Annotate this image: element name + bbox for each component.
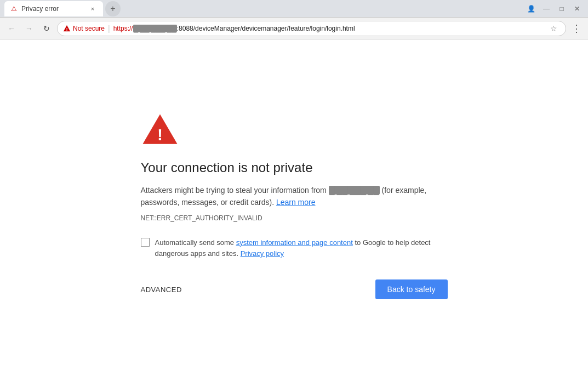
error-description: Attackers might be trying to steal your … (141, 184, 448, 209)
system-info-link[interactable]: system information and page content (236, 238, 353, 247)
checkbox-row: Automatically send some system informati… (141, 237, 448, 260)
forward-button[interactable]: → (22, 21, 36, 36)
page-content: ! Your connection is not private Attacke… (0, 39, 588, 371)
url-masked-host: █.██.███.██ (133, 25, 177, 32)
url-text: https://█.██.███.██:8088/deviceManager/d… (113, 25, 355, 32)
back-to-safety-button[interactable]: Back to safety (375, 279, 448, 299)
url-actions: ☆ (547, 22, 560, 35)
error-desc-before: Attackers might be trying to steal your … (141, 186, 329, 195)
chrome-menu-button[interactable]: ⋮ (569, 21, 584, 36)
close-window-button[interactable]: ✕ (570, 2, 584, 15)
checkbox-text-before: Automatically send some (155, 238, 236, 247)
window-controls: 👤 — □ ✕ (524, 2, 584, 15)
privacy-policy-link[interactable]: Privacy policy (241, 249, 284, 258)
not-secure-label: Not secure (73, 25, 105, 32)
tab-title: Privacy error (21, 5, 59, 13)
reload-button[interactable]: ↻ (39, 21, 54, 36)
url-path: :8088/deviceManager/devicemanager/featur… (177, 25, 355, 32)
url-https: https:// (113, 25, 133, 32)
tab-warning-icon: ⚠ (11, 5, 17, 13)
title-bar: ⚠ Privacy error × + 👤 — □ ✕ (0, 0, 588, 18)
error-warning-icon: ! (141, 111, 179, 147)
minimize-button[interactable]: — (540, 2, 553, 15)
error-container: ! Your connection is not private Attacke… (130, 100, 459, 310)
url-separator: | (108, 24, 110, 33)
url-bar[interactable]: ! Not secure | https://█.██.███.██:8088/… (57, 21, 566, 36)
maximize-button[interactable]: □ (555, 2, 568, 15)
bookmark-icon[interactable]: ☆ (547, 22, 560, 35)
warning-triangle-icon: ! (63, 25, 71, 32)
learn-more-link[interactable]: Learn more (276, 198, 316, 207)
actions-row: ADVANCED Back to safety (141, 279, 448, 299)
address-bar: ← → ↻ ! Not secure | https://█.██.███.██… (0, 18, 588, 39)
profile-button[interactable]: 👤 (524, 2, 538, 15)
error-title: Your connection is not private (141, 160, 313, 175)
error-code: NET::ERR_CERT_AUTHORITY_INVALID (141, 214, 262, 222)
tab-close-button[interactable]: × (89, 5, 96, 13)
svg-text:!: ! (66, 27, 68, 32)
checkbox-label: Automatically send some system informati… (155, 237, 448, 260)
back-button[interactable]: ← (4, 21, 19, 36)
browser-tab[interactable]: ⚠ Privacy error × (4, 1, 103, 16)
auto-send-checkbox[interactable] (141, 238, 150, 247)
masked-domain: █.██.███.██ (329, 186, 380, 195)
advanced-button[interactable]: ADVANCED (141, 286, 182, 294)
not-secure-badge: ! Not secure (63, 25, 105, 32)
svg-text:!: ! (157, 125, 163, 143)
new-tab-button[interactable]: + (105, 1, 121, 16)
